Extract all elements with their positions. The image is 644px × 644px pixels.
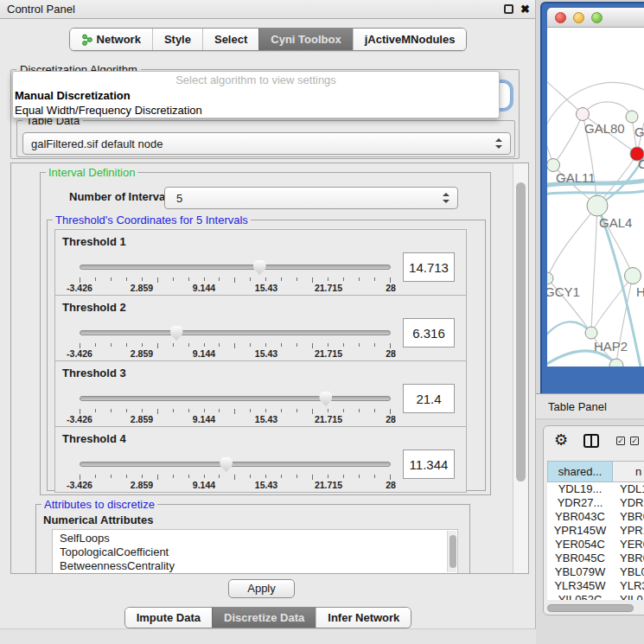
threshold-slider[interactable] <box>80 259 391 275</box>
apply-button[interactable]: Apply <box>228 579 295 598</box>
slider-track[interactable] <box>80 462 391 467</box>
tab-jactivemnodules[interactable]: jActiveMNodules <box>353 29 467 50</box>
tab-style[interactable]: Style <box>152 29 202 50</box>
scrollbar-thumb[interactable] <box>450 535 456 568</box>
tick-mark <box>111 277 112 281</box>
tick-mark <box>219 475 220 478</box>
network-canvas[interactable]: GAL80 GA C GAL11 GAL4 GCY1 H HAP2 <box>547 28 644 367</box>
attribute-list-item[interactable]: BetweennessCentrality <box>60 559 457 573</box>
tab-discretize-data[interactable]: Discretize Data <box>212 608 316 628</box>
tick-mark <box>328 475 328 478</box>
attribute-list-item[interactable]: SelfLoops <box>60 532 457 545</box>
attributes-group: Attributes to discretize Numerical Attri… <box>35 504 470 574</box>
node-hap2[interactable] <box>585 327 597 339</box>
node-h[interactable] <box>625 268 641 284</box>
tick-label: 15.43 <box>255 414 277 424</box>
minimize-traffic-light-icon[interactable] <box>573 12 584 23</box>
tick-mark <box>343 409 344 412</box>
close-traffic-light-icon[interactable] <box>555 12 566 23</box>
number-of-intervals-combobox[interactable]: 5 <box>164 187 458 209</box>
checkbox-icon[interactable]: ✓ <box>616 437 625 445</box>
threshold-label: Threshold 3 <box>62 367 126 379</box>
network-window-titlebar[interactable] <box>547 8 644 28</box>
node-gal[interactable] <box>626 111 638 123</box>
table-row[interactable]: YLR345WYLR3 <box>547 579 644 593</box>
cell-shared-name: YPR145W <box>547 524 613 538</box>
tick-label: 28 <box>386 414 396 424</box>
algorithm-option[interactable]: Equal Width/Frequency Discretization <box>13 103 499 118</box>
table-row[interactable]: YER054CYER0 <box>547 538 644 552</box>
table-row[interactable]: YIL052CYIL0 <box>547 593 644 600</box>
node-gal80[interactable] <box>577 108 590 121</box>
threshold-value-field[interactable]: 21.4 <box>403 384 455 413</box>
threshold-value-field[interactable]: 14.713 <box>403 252 455 282</box>
checkbox-icon[interactable]: ✓ <box>630 437 639 445</box>
tick-mark <box>95 343 96 347</box>
table-row[interactable]: YBL079WYBL0 <box>547 565 644 579</box>
algorithm-option[interactable]: Manual Discretization <box>13 88 499 103</box>
tab-network[interactable]: Network <box>70 29 152 50</box>
column-header-name[interactable]: n <box>613 461 644 482</box>
scrollbar-thumb[interactable] <box>516 182 526 481</box>
top-tab-group: NetworkStyleSelectCyni ToolboxjActiveMNo… <box>69 28 468 51</box>
table-row[interactable]: YDR27...YDR2 <box>547 496 644 510</box>
slider-tick-labels: -3.4262.8599.14415.4321.71528 <box>80 348 391 359</box>
slider-track[interactable] <box>80 330 391 335</box>
table-row[interactable]: YBR043CYBR0 <box>547 510 644 524</box>
slider-track[interactable] <box>80 396 391 401</box>
table-panel-body: ⚙ ✓ ✓ shared... n YDL19...YDL1YDR27...YD… <box>536 420 644 644</box>
numerical-attributes-list[interactable]: SelfLoopsTopologicalCoefficientBetweenne… <box>52 529 458 574</box>
combo-stepper-icon <box>443 192 450 204</box>
tick-label: 21.715 <box>315 348 342 359</box>
threshold-value-field[interactable]: 11.344 <box>403 450 455 479</box>
table-data-value: galFiltered.sif default node <box>31 133 163 155</box>
tick-mark <box>328 409 328 412</box>
slider-thumb[interactable] <box>170 326 183 341</box>
tick-mark <box>173 277 174 281</box>
tick-label: 2.859 <box>131 414 153 424</box>
attribute-list-item[interactable]: TopologicalCoefficient <box>60 545 457 559</box>
table-row[interactable]: YPR145WYPR1 <box>547 524 644 538</box>
columns-icon[interactable] <box>583 434 599 448</box>
threshold-slider[interactable] <box>80 456 391 472</box>
table-data-combobox[interactable]: galFiltered.sif default node <box>22 132 511 155</box>
slider-thumb[interactable] <box>253 260 266 275</box>
table-row[interactable]: YBR045CYBR0 <box>547 552 644 565</box>
threshold-slider[interactable] <box>80 325 391 341</box>
tick-mark <box>142 343 143 347</box>
gear-icon[interactable]: ⚙ <box>554 431 568 449</box>
tick-mark <box>374 409 375 412</box>
number-of-intervals-value: 5 <box>176 188 182 209</box>
cell-name: YBL0 <box>613 565 644 579</box>
tick-mark <box>265 475 266 478</box>
tab-infer-network[interactable]: Infer Network <box>316 608 411 628</box>
tab-impute-data[interactable]: Impute Data <box>125 608 212 628</box>
slider-thumb[interactable] <box>220 457 233 472</box>
column-header-shared-name[interactable]: shared... <box>547 461 613 482</box>
tab-select[interactable]: Select <box>202 29 258 50</box>
tick-mark <box>359 475 360 478</box>
close-icon[interactable]: ✖ <box>520 2 530 17</box>
float-window-icon[interactable] <box>504 4 513 14</box>
network-view-window[interactable]: GAL80 GA C GAL11 GAL4 GCY1 H HAP2 <box>540 2 644 393</box>
tab-label: Select <box>214 29 247 50</box>
threshold-slider[interactable] <box>80 391 391 406</box>
tick-mark <box>204 409 205 412</box>
tick-mark <box>126 409 127 412</box>
slider-track[interactable] <box>80 265 391 270</box>
tick-mark <box>126 475 127 478</box>
attributes-list-scrollbar[interactable] <box>447 531 456 572</box>
settings-vertical-scrollbar[interactable] <box>513 163 528 573</box>
threshold-value-field[interactable]: 6.316 <box>403 318 455 348</box>
tick-mark <box>328 277 328 281</box>
zoom-traffic-light-icon[interactable] <box>591 12 603 23</box>
node-gcy1[interactable] <box>547 272 553 284</box>
slider-thumb[interactable] <box>319 392 332 406</box>
scrollbar-thumb[interactable] <box>547 604 634 612</box>
tick-mark <box>265 409 266 412</box>
node-gal4[interactable] <box>587 195 608 216</box>
table-row[interactable]: YDL19...YDL1 <box>547 482 644 496</box>
tab-cyni-toolbox[interactable]: Cyni Toolbox <box>258 29 352 50</box>
tick-mark <box>250 475 251 478</box>
table-horizontal-scrollbar[interactable] <box>547 603 644 613</box>
